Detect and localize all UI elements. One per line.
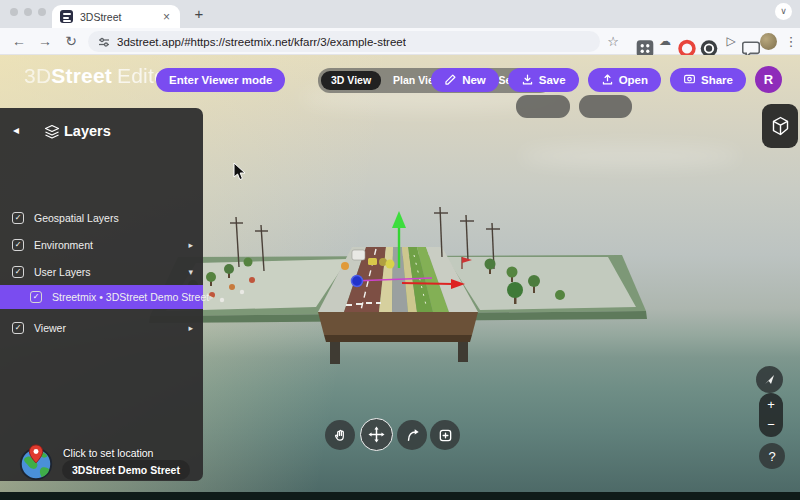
chevron-right-icon[interactable]: ▸ bbox=[188, 240, 193, 250]
bottom-edge-strip bbox=[0, 492, 800, 500]
layer-label: Geospatial Layers bbox=[34, 212, 203, 224]
window-close-button[interactable] bbox=[10, 8, 18, 16]
compass-needle-icon bbox=[762, 372, 777, 387]
chevron-right-icon[interactable]: ▸ bbox=[209, 292, 214, 302]
new-button-label: New bbox=[462, 74, 486, 86]
layers-icon bbox=[44, 124, 60, 140]
tab-title: 3DStreet bbox=[80, 11, 161, 23]
checkbox-checked[interactable]: ✓ bbox=[12, 212, 24, 224]
back-icon[interactable]: ← bbox=[8, 28, 30, 55]
browser-window: 3DStreet × + ∨ ← → ↻ 3dstreet.app/#https… bbox=[0, 0, 800, 500]
checkbox-checked[interactable]: ✓ bbox=[30, 291, 42, 303]
move-tool-button[interactable] bbox=[360, 418, 393, 451]
placeholder-pill[interactable] bbox=[516, 95, 570, 118]
share-button[interactable]: Share bbox=[670, 68, 746, 92]
3dstreet-editor-viewport[interactable]: 3DStreetEditor Enter Viewer mode 3D View… bbox=[0, 55, 800, 500]
chevron-right-icon[interactable]: ▸ bbox=[188, 323, 193, 333]
placeholder-pill[interactable] bbox=[579, 95, 632, 118]
layers-panel-header: ◂ Layers bbox=[0, 118, 203, 148]
layer-row-viewer[interactable]: ✓ Viewer ▸ bbox=[0, 316, 203, 340]
checkbox-checked[interactable]: ✓ bbox=[12, 322, 24, 334]
geo-globe-icon[interactable] bbox=[17, 443, 55, 481]
gizmo-y-arrow bbox=[392, 211, 406, 228]
download-icon bbox=[521, 73, 534, 86]
hand-icon bbox=[333, 428, 348, 443]
profile-avatar[interactable]: R bbox=[755, 66, 782, 93]
layers-panel-title: Layers bbox=[64, 123, 111, 139]
zoom-controls: + − bbox=[759, 393, 783, 437]
street-name-badge[interactable]: 3DStreet Demo Street bbox=[62, 460, 190, 480]
url-text: 3dstreet.app/#https://streetmix.net/kfar… bbox=[117, 36, 406, 48]
platform-leg bbox=[330, 342, 340, 364]
layer-label: User Layers bbox=[34, 266, 188, 278]
forward-icon[interactable]: → bbox=[34, 28, 56, 55]
tab-search-chevron-icon[interactable]: ∨ bbox=[775, 3, 792, 20]
platform-front bbox=[318, 312, 478, 335]
logo-street: Street bbox=[51, 64, 112, 87]
play-extension-icon[interactable]: ▷ bbox=[722, 28, 740, 55]
new-tab-button[interactable]: + bbox=[190, 5, 208, 23]
tab-close-icon[interactable]: × bbox=[161, 10, 172, 24]
add-entity-button[interactable] bbox=[430, 420, 460, 450]
window-minimize-button[interactable] bbox=[24, 8, 32, 16]
browser-tab-strip: 3DStreet × + ∨ bbox=[0, 0, 800, 28]
move-icon bbox=[368, 426, 385, 443]
3d-inspector-button[interactable] bbox=[762, 104, 798, 148]
curve-arrow-icon bbox=[405, 428, 420, 443]
site-settings-icon bbox=[98, 36, 110, 48]
layer-label: Streetmix • 3DStreet Demo Street bbox=[52, 291, 209, 303]
save-button[interactable]: Save bbox=[508, 68, 579, 92]
layer-label: Viewer bbox=[34, 322, 188, 334]
open-button-label: Open bbox=[619, 74, 648, 86]
checkbox-checked[interactable]: ✓ bbox=[12, 266, 24, 278]
layer-row-geospatial[interactable]: ✓ Geospatial Layers bbox=[0, 206, 203, 230]
refresh-icon[interactable]: ↻ bbox=[60, 28, 82, 55]
platform-leg bbox=[458, 342, 468, 362]
save-button-label: Save bbox=[539, 74, 566, 86]
platform-base bbox=[324, 335, 472, 342]
cloud-extension-icon[interactable]: ☁ bbox=[656, 28, 674, 55]
new-button[interactable]: New bbox=[431, 68, 499, 92]
layers-panel: ◂ Layers ✓ Geospatial Layers ✓ Environme… bbox=[0, 108, 203, 481]
gizmo-origin-handle bbox=[352, 276, 363, 287]
zoom-out-button[interactable]: − bbox=[767, 417, 775, 433]
logo-3d: 3D bbox=[24, 64, 51, 87]
street-3d-scene[interactable] bbox=[140, 195, 700, 375]
screen-share-icon bbox=[683, 73, 696, 86]
cube-icon bbox=[771, 116, 790, 136]
pan-tool-button[interactable] bbox=[325, 420, 355, 450]
layer-label: Environment bbox=[34, 239, 188, 251]
bookmark-star-icon[interactable]: ☆ bbox=[604, 28, 622, 55]
rotate-tool-button[interactable] bbox=[397, 420, 427, 450]
pencil-icon bbox=[444, 73, 457, 86]
app-logo: 3DStreetEditor bbox=[24, 64, 173, 88]
cloud-decoration bbox=[520, 145, 740, 167]
add-box-icon bbox=[438, 428, 453, 443]
mouse-cursor bbox=[233, 163, 246, 181]
header-actions: New Save Open Share R bbox=[431, 66, 782, 93]
upload-icon bbox=[601, 73, 614, 86]
open-button[interactable]: Open bbox=[588, 68, 661, 92]
panel-collapse-icon[interactable]: ◂ bbox=[13, 123, 19, 137]
browser-profile-avatar[interactable] bbox=[760, 33, 777, 50]
enter-viewer-mode-button[interactable]: Enter Viewer mode bbox=[156, 68, 285, 92]
help-button[interactable]: ? bbox=[759, 443, 785, 469]
address-bar[interactable]: 3dstreet.app/#https://streetmix.net/kfar… bbox=[88, 31, 600, 52]
compass-button[interactable] bbox=[756, 366, 783, 393]
layer-row-environment[interactable]: ✓ Environment ▸ bbox=[0, 233, 203, 257]
zoom-in-button[interactable]: + bbox=[767, 397, 775, 413]
browser-toolbar: ← → ↻ 3dstreet.app/#https://streetmix.ne… bbox=[0, 28, 800, 55]
layer-row-user-layers[interactable]: ✓ User Layers ▾ bbox=[0, 260, 203, 284]
chevron-down-icon[interactable]: ▾ bbox=[188, 267, 193, 277]
set-location-hint[interactable]: Click to set location bbox=[63, 447, 153, 459]
browser-menu-icon[interactable]: ⋮ bbox=[782, 28, 800, 55]
checkbox-checked[interactable]: ✓ bbox=[12, 239, 24, 251]
site-favicon bbox=[60, 10, 73, 23]
share-button-label: Share bbox=[701, 74, 733, 86]
layer-row-streetmix-selected[interactable]: ✓ Streetmix • 3DStreet Demo Street ▸ bbox=[0, 285, 203, 309]
window-zoom-button[interactable] bbox=[38, 8, 46, 16]
browser-tab[interactable]: 3DStreet × bbox=[52, 5, 180, 28]
tab-3d-view[interactable]: 3D View bbox=[321, 71, 381, 90]
